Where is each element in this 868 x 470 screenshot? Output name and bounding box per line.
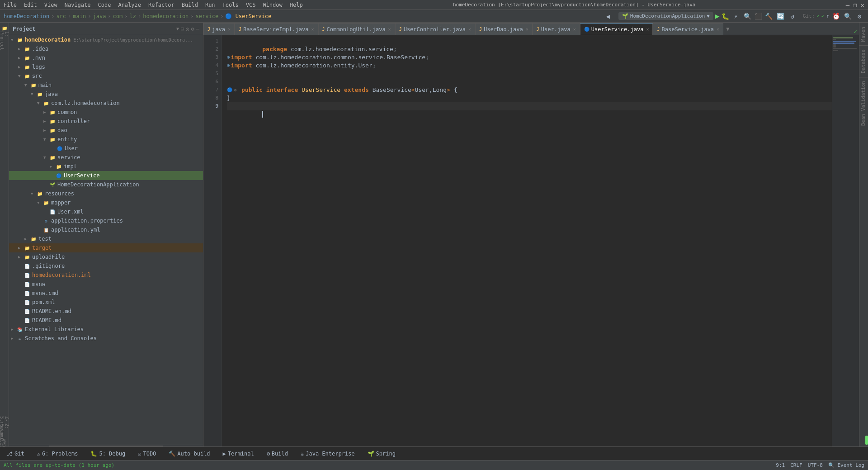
coverage-button[interactable]: ⚡	[731, 11, 741, 21]
line-ending[interactable]: CRLF	[790, 462, 802, 468]
tab-close-UserService[interactable]: ✕	[646, 27, 649, 32]
tree-item-readme-en[interactable]: 📄 README.en.md	[9, 307, 203, 316]
sync-button[interactable]: 🔄	[776, 11, 786, 21]
tab-close-BaseService[interactable]: ✕	[717, 27, 719, 32]
run-config-selector[interactable]: 🌱 HomeDecorationApplication ▼	[618, 12, 713, 20]
terminal-tab[interactable]: ▶ Terminal	[220, 450, 257, 458]
tree-item-HomeDecApp[interactable]: 🌱 HomeDecorationApplication	[9, 180, 203, 189]
breadcrumb-homedecoration2[interactable]: homedecoration	[143, 13, 189, 19]
event-log[interactable]: 🔍 Event Log	[828, 462, 864, 468]
tree-item-scratches[interactable]: ▶ ✏ Scratches and Consoles	[9, 334, 203, 343]
tree-item-mapper[interactable]: ▼ 📁 mapper	[9, 198, 203, 207]
tree-item-readme[interactable]: 📄 README.md	[9, 316, 203, 325]
menu-view[interactable]: View	[44, 2, 57, 8]
tab-CommonLogUtil[interactable]: J CommonLogUtil.java ✕	[318, 23, 395, 35]
tree-item-homeDecoration[interactable]: ▼ 📁 homeDecoration E:\startupProject\myp…	[9, 35, 203, 44]
tree-item-User[interactable]: 🔵 User	[9, 144, 203, 153]
settings-icon[interactable]: ⚙	[191, 26, 194, 32]
menu-navigate[interactable]: Navigate	[65, 2, 91, 8]
git-push[interactable]: ↑	[826, 13, 829, 19]
menu-help[interactable]: Help	[290, 2, 303, 8]
menu-tools[interactable]: Tools	[222, 2, 239, 8]
tree-item-src[interactable]: ▼ 📁 src	[9, 71, 203, 81]
menu-file[interactable]: File	[4, 2, 17, 8]
maximize-button[interactable]: ❐	[853, 1, 857, 9]
tree-item-ext-libs[interactable]: ▶ 📚 External Libraries	[9, 325, 203, 334]
breadcrumb-lz[interactable]: lz	[130, 13, 136, 19]
debug-tab[interactable]: 🐛 5: Debug	[88, 450, 128, 458]
tree-item-appProps[interactable]: ⚙ application.properties	[9, 216, 203, 225]
tree-item-dao[interactable]: ▶ 📁 dao	[9, 126, 203, 135]
maven-panel-tab[interactable]: Maven	[859, 23, 868, 45]
locate-file-icon[interactable]: ◎	[186, 26, 189, 32]
tree-item-resources[interactable]: ▼ 📁 resources	[9, 189, 203, 198]
settings-button[interactable]: ⚙	[854, 11, 864, 21]
panel-close-icon[interactable]: —	[196, 26, 199, 32]
tree-item-idea[interactable]: ▶ 📁 .idea	[9, 44, 203, 53]
git-tab[interactable]: ⎇ Git	[4, 450, 27, 458]
tab-close-BaseServiceImpl[interactable]: ✕	[311, 27, 314, 32]
menu-bar[interactable]: File Edit View Navigate Code Analyze Ref…	[4, 2, 303, 8]
breadcrumb-main[interactable]: main	[73, 13, 86, 19]
tree-item-mvnw[interactable]: 📄 mvnw	[9, 280, 203, 289]
tree-item-mvnwcmd[interactable]: 📄 mvnw.cmd	[9, 289, 203, 298]
menu-build[interactable]: Build	[182, 2, 198, 8]
collapse-all-icon[interactable]: ⊟	[181, 26, 184, 32]
menu-window[interactable]: Window	[263, 2, 282, 8]
database-panel-tab[interactable]: Database	[859, 45, 868, 77]
tree-item-com[interactable]: ▼ 📁 com.lz.homedecoration	[9, 99, 203, 108]
import-fold-icon-3[interactable]: ⊕	[227, 53, 230, 62]
code-editor[interactable]: package com.lz.homedecoration.service; ⊕…	[222, 35, 832, 446]
tab-BaseServiceImpl[interactable]: J BaseServiceImpl.java ✕	[235, 23, 318, 35]
menu-analyze[interactable]: Analyze	[118, 2, 141, 8]
import-fold-icon-4[interactable]: ⊕	[227, 62, 230, 70]
tree-item-logs[interactable]: ▶ 📁 logs	[9, 62, 203, 71]
tab-close-UserController[interactable]: ✕	[468, 27, 471, 32]
tab-close-User[interactable]: ✕	[573, 27, 576, 32]
tree-item-appYml[interactable]: 📋 application.yml	[9, 225, 203, 234]
auto-build-tab[interactable]: 🔨 Auto-build	[166, 450, 212, 458]
tree-item-target[interactable]: ▶ 📁 target	[9, 243, 203, 252]
tree-item-entity[interactable]: ▼ 📁 entity	[9, 135, 203, 144]
bean-validation-panel-tab[interactable]: Bean Validation	[859, 77, 868, 129]
stop-button[interactable]: ⬛	[755, 13, 762, 20]
vcs-button[interactable]: ⏰	[831, 11, 841, 21]
tab-BaseService[interactable]: J BaseService.java ✕	[653, 23, 723, 35]
build-tab[interactable]: ⚙ Build	[264, 450, 291, 458]
menu-refactor[interactable]: Refactor	[148, 2, 175, 8]
tree-item-test[interactable]: ▶ 📁 test	[9, 234, 203, 243]
tab-close-java[interactable]: ✕	[228, 27, 231, 32]
tree-item-gitignore[interactable]: 📄 .gitignore	[9, 261, 203, 271]
tree-item-main[interactable]: ▼ 📁 main	[9, 81, 203, 90]
tab-UserDao[interactable]: J UserDao.java ✕	[475, 23, 533, 35]
build-project-button[interactable]: 🔨	[764, 11, 774, 21]
search-everywhere-button[interactable]: 🔍	[843, 11, 853, 21]
minimize-button[interactable]: —	[846, 1, 849, 9]
breadcrumb-com[interactable]: com	[113, 13, 123, 19]
tree-item-controller[interactable]: ▶ 📁 controller	[9, 117, 203, 126]
run-config-dropdown-icon[interactable]: ▼	[707, 13, 710, 19]
tree-item-iml[interactable]: 📄 homedecoration.iml	[9, 271, 203, 280]
project-icon[interactable]: 📁	[1, 24, 8, 32]
2-favorites-label[interactable]: 2: Favorites	[1, 432, 8, 439]
menu-edit[interactable]: Edit	[24, 2, 37, 8]
rerun-button[interactable]: ↺	[788, 11, 797, 21]
profile-button[interactable]: 🔍	[743, 11, 753, 21]
1-project-label[interactable]: 1: Project	[1, 37, 8, 44]
breadcrumb-src[interactable]: src	[56, 13, 66, 19]
tab-User[interactable]: J User.java ✕	[533, 23, 580, 35]
tab-UserController[interactable]: J UserController.java ✕	[395, 23, 475, 35]
tree-item-pom[interactable]: 📄 pom.xml	[9, 298, 203, 307]
tree-item-java[interactable]: ▼ 📁 java	[9, 90, 203, 99]
menu-code[interactable]: Code	[98, 2, 111, 8]
tab-overflow-button[interactable]: ▼	[723, 23, 732, 35]
spring-tab[interactable]: 🌱 Spring	[365, 450, 398, 458]
tree-item-common[interactable]: ▶ 📁 common	[9, 108, 203, 117]
tree-item-impl[interactable]: ▶ 📁 impl	[9, 162, 203, 171]
menu-run[interactable]: Run	[205, 2, 215, 8]
tree-item-service[interactable]: ▼ 📁 service	[9, 153, 203, 162]
tree-item-UserService[interactable]: 🔵 UserService	[9, 171, 203, 180]
tab-close-UserDao[interactable]: ✕	[526, 27, 528, 32]
cursor-position[interactable]: 9:1	[776, 462, 785, 468]
breadcrumb-java[interactable]: java	[93, 13, 106, 19]
